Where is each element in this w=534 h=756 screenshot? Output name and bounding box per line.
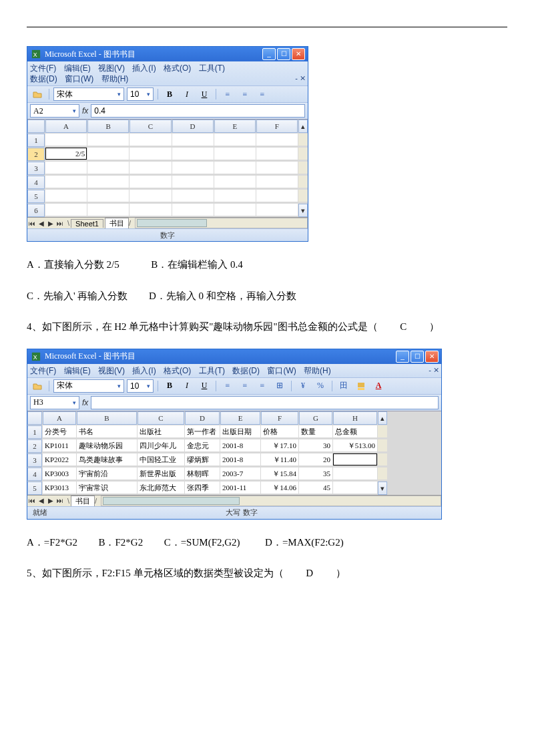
cell[interactable]: 新世界出版 xyxy=(138,467,184,480)
col-header[interactable]: A xyxy=(43,411,76,425)
align-left-icon[interactable]: ≡ xyxy=(220,87,235,101)
cell[interactable] xyxy=(87,190,129,202)
row-header[interactable]: 3 xyxy=(27,162,45,175)
doc-close-button[interactable]: - ⨯ xyxy=(429,365,439,375)
formula-bar[interactable] xyxy=(91,396,439,409)
col-header[interactable]: B xyxy=(77,411,137,425)
name-box[interactable]: H3 ▾ xyxy=(30,396,79,409)
col-header[interactable]: F xyxy=(261,411,298,425)
cell[interactable] xyxy=(214,190,256,202)
cell[interactable] xyxy=(256,204,298,216)
cell[interactable]: 30 xyxy=(299,439,332,451)
cell[interactable]: 20 xyxy=(299,453,332,465)
col-header[interactable]: H xyxy=(333,411,377,425)
borders-icon[interactable]: 田 xyxy=(336,379,351,393)
menu-file[interactable]: 文件(F) xyxy=(30,366,56,375)
cell[interactable] xyxy=(256,176,298,188)
col-header[interactable]: E xyxy=(214,120,256,133)
align-right-icon[interactable]: ≡ xyxy=(255,379,270,393)
cell[interactable]: 价格 xyxy=(261,425,298,437)
font-name-select[interactable]: 宋体 ▾ xyxy=(53,87,124,101)
minimize-button[interactable]: _ xyxy=(262,48,276,60)
grid-2[interactable]: A B C D E F G H ▴ 1 分类号 书名 出版社 第一作者 出版日期… xyxy=(27,411,441,495)
cell[interactable] xyxy=(45,162,87,174)
cell[interactable] xyxy=(214,148,256,160)
cell[interactable]: 鸟类趣味故事 xyxy=(77,453,137,465)
cell[interactable]: 宇宙常识 xyxy=(77,482,137,494)
row-header[interactable]: 4 xyxy=(27,467,42,481)
cell[interactable] xyxy=(129,134,171,146)
cell[interactable]: KP2022 xyxy=(43,453,76,465)
row-header[interactable]: 2 xyxy=(27,439,42,453)
select-all-corner[interactable] xyxy=(27,120,45,133)
menu-edit[interactable]: 编辑(E) xyxy=(64,366,91,375)
cell[interactable]: KP3003 xyxy=(43,467,76,480)
italic-button[interactable]: I xyxy=(180,379,194,393)
vscroll-track[interactable] xyxy=(378,467,387,480)
row-header[interactable]: 3 xyxy=(27,453,42,467)
cell[interactable] xyxy=(333,467,377,480)
fill-color-icon[interactable] xyxy=(354,379,368,393)
cell[interactable] xyxy=(45,204,87,216)
cell[interactable] xyxy=(129,204,171,216)
row-header[interactable]: 6 xyxy=(27,204,45,217)
vscroll-track[interactable] xyxy=(378,425,387,437)
cell[interactable] xyxy=(256,134,298,146)
cell[interactable] xyxy=(129,176,171,188)
cell[interactable]: 缪炳辉 xyxy=(185,453,220,465)
cell[interactable] xyxy=(172,176,214,188)
cell[interactable] xyxy=(256,162,298,174)
cell[interactable] xyxy=(45,134,87,146)
col-header[interactable]: D xyxy=(185,411,220,425)
menu-tools[interactable]: 工具(T) xyxy=(199,63,225,73)
cell[interactable]: 张四季 xyxy=(185,482,220,494)
hscroll-thumb[interactable] xyxy=(103,497,240,505)
font-size-select[interactable]: 10 ▾ xyxy=(127,87,154,101)
tab-nav-last[interactable]: ⏭ xyxy=(55,497,65,504)
doc-close-button[interactable]: - ⨯ xyxy=(296,73,305,83)
cell[interactable] xyxy=(129,148,171,160)
row-header[interactable]: 2 xyxy=(27,148,45,161)
menu-view[interactable]: 视图(V) xyxy=(98,63,125,73)
cell[interactable] xyxy=(214,204,256,216)
menu-help[interactable]: 帮助(H) xyxy=(101,74,129,83)
cell[interactable]: ￥15.84 xyxy=(261,467,298,480)
formula-bar[interactable]: 0.4 xyxy=(91,104,305,118)
vscroll-track[interactable] xyxy=(298,148,308,160)
align-center-icon[interactable]: ≡ xyxy=(238,87,252,101)
maximize-button[interactable]: ☐ xyxy=(277,48,290,60)
grid-1[interactable]: A B C D E F ▴ 1 2 2/5 3 4 5 6 ▾ xyxy=(27,119,308,217)
vscroll-track[interactable] xyxy=(298,190,308,202)
tab-nav-next[interactable]: ▶ xyxy=(46,220,55,227)
align-right-icon[interactable]: ≡ xyxy=(255,87,270,101)
hscroll-thumb[interactable] xyxy=(137,219,207,227)
cell[interactable] xyxy=(129,190,171,202)
cell[interactable] xyxy=(129,162,171,174)
menu-insert[interactable]: 插入(I) xyxy=(132,63,156,73)
menu-file[interactable]: 文件(F) xyxy=(30,63,56,73)
cell[interactable]: 数量 xyxy=(299,425,332,437)
cell[interactable]: 2001-11 xyxy=(220,482,260,494)
sheet-tab-active[interactable]: 书目 xyxy=(105,218,129,228)
cell[interactable] xyxy=(87,176,129,188)
cell[interactable] xyxy=(45,176,87,188)
cell[interactable]: 出版社 xyxy=(138,425,184,437)
fx-icon[interactable]: fx xyxy=(82,106,88,116)
cell[interactable]: 书名 xyxy=(77,425,137,437)
align-center-icon[interactable]: ≡ xyxy=(238,379,252,393)
cell[interactable] xyxy=(172,162,214,174)
vscroll-track[interactable] xyxy=(378,453,387,465)
cell[interactable] xyxy=(45,190,87,202)
vscroll-track[interactable] xyxy=(298,134,308,146)
cell[interactable]: 总金额 xyxy=(333,425,377,437)
select-all-corner[interactable] xyxy=(27,411,42,425)
menu-window[interactable]: 窗口(W) xyxy=(267,366,296,375)
row-header[interactable]: 5 xyxy=(27,190,45,203)
col-header[interactable]: E xyxy=(220,411,260,425)
underline-button[interactable]: U xyxy=(197,379,212,393)
row-header[interactable]: 1 xyxy=(27,134,45,147)
percent-icon[interactable]: % xyxy=(313,379,328,393)
cell[interactable]: KP3013 xyxy=(43,482,76,494)
tab-nav-first[interactable]: ⏮ xyxy=(27,220,37,227)
cell[interactable] xyxy=(87,162,129,174)
